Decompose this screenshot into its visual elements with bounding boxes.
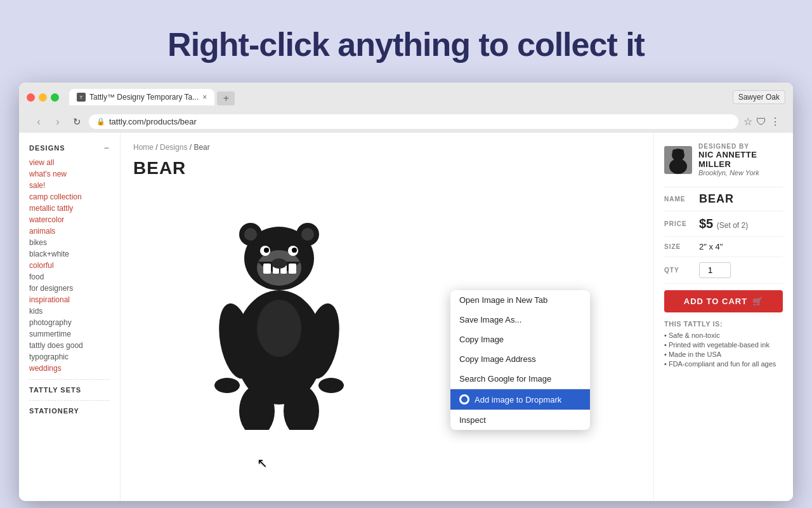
- context-menu-item-inspect[interactable]: Inspect: [450, 410, 590, 430]
- sidebar-link-photography[interactable]: photography: [29, 318, 110, 327]
- svg-point-20: [214, 378, 240, 393]
- sidebar-link-weddings[interactable]: weddings: [29, 364, 110, 373]
- sidebar-link-sale[interactable]: sale!: [29, 181, 110, 190]
- svg-point-12: [264, 248, 269, 253]
- address-bar-row: ‹ › ↻ 🔒 tattly.com/products/bear ☆ 🛡 ⋮: [27, 110, 785, 133]
- sidebar-link-summertime[interactable]: summertime: [29, 330, 110, 338]
- context-menu-item-save[interactable]: Save Image As...: [450, 310, 590, 330]
- breadcrumb-home[interactable]: Home: [133, 143, 154, 152]
- breadcrumb: Home / Designs / Bear: [133, 143, 641, 152]
- sidebar-link-watercolor[interactable]: watercolor: [29, 215, 110, 224]
- sidebar-link-colorful[interactable]: colorful: [29, 261, 110, 270]
- qty-label: QTY: [664, 267, 699, 274]
- sidebar-link-whats-new[interactable]: what's new: [29, 170, 110, 178]
- page-background: Right-click anything to collect it T Tat…: [0, 0, 812, 508]
- context-menu-item-copy-address[interactable]: Copy Image Address: [450, 349, 590, 369]
- stationery-title: STATIONERY: [29, 407, 110, 415]
- tattly-is-section: THIS TATTLY IS: Safe & non-toxic Printed…: [664, 320, 783, 368]
- sidebar-link-camp[interactable]: camp collection: [29, 192, 110, 201]
- sidebar-link-view-all[interactable]: view all: [29, 158, 110, 167]
- designer-location: Brooklyn, New York: [698, 169, 783, 177]
- size-label: SIZE: [664, 243, 699, 250]
- svg-point-27: [669, 159, 687, 174]
- tab-close-icon[interactable]: ×: [202, 93, 207, 102]
- context-menu-item-copy[interactable]: Copy Image: [450, 330, 590, 349]
- browser-window: T Tattly™ Designy Temporary Ta... × + Sa…: [19, 83, 793, 501]
- sidebar-link-bw[interactable]: black+white: [29, 250, 110, 258]
- product-meta: NAME BEAR PRICE $5 (Set of 2) SIZE 2" x …: [664, 187, 783, 284]
- collapse-icon[interactable]: −: [104, 143, 110, 153]
- extension-icon[interactable]: 🛡: [756, 116, 766, 128]
- sidebar: DESIGNS − view all what's new sale! camp…: [19, 133, 121, 501]
- svg-point-22: [257, 300, 301, 357]
- traffic-light-yellow[interactable]: [39, 93, 47, 102]
- lock-icon: 🔒: [96, 117, 105, 126]
- page-content: DESIGNS − view all what's new sale! camp…: [19, 133, 793, 501]
- svg-point-14: [272, 258, 287, 269]
- page-header: Right-click anything to collect it: [0, 0, 812, 83]
- forward-button[interactable]: ›: [51, 115, 65, 129]
- address-bar[interactable]: 🔒 tattly.com/products/bear: [89, 114, 738, 129]
- browser-tab[interactable]: T Tattly™ Designy Temporary Ta... ×: [69, 89, 214, 105]
- traffic-light-green[interactable]: [51, 93, 59, 102]
- back-button[interactable]: ‹: [32, 115, 46, 129]
- qty-input[interactable]: [699, 262, 731, 278]
- sidebar-link-designers[interactable]: for designers: [29, 284, 110, 293]
- price-row: PRICE $5 (Set of 2): [664, 211, 783, 237]
- breadcrumb-current: Bear: [193, 143, 209, 152]
- feature-4: FDA-compliant and fun for all ages: [664, 360, 783, 368]
- add-to-cart-button[interactable]: ADD TO CART 🛒: [664, 290, 783, 312]
- feature-3: Made in the USA: [664, 351, 783, 358]
- svg-point-25: [672, 149, 678, 154]
- reload-button[interactable]: ↻: [70, 115, 84, 129]
- address-text: tattly.com/products/bear: [109, 117, 197, 126]
- bookmark-icon[interactable]: ☆: [743, 116, 752, 128]
- sidebar-link-metallic[interactable]: metallic tattly: [29, 204, 110, 213]
- price-label: PRICE: [664, 220, 699, 227]
- name-label: NAME: [664, 196, 699, 203]
- tab-favicon: T: [77, 93, 86, 102]
- tattly-is-title: THIS TATTLY IS:: [664, 320, 783, 328]
- tab-title: Tattly™ Designy Temporary Ta...: [89, 93, 199, 102]
- main-product-area: Home / Designs / Bear BEAR: [121, 133, 653, 501]
- sidebar-link-kids[interactable]: kids: [29, 307, 110, 316]
- price-value: $5 (Set of 2): [699, 217, 748, 231]
- page-title: Right-click anything to collect it: [0, 25, 812, 64]
- cart-icon: 🛒: [752, 297, 763, 306]
- svg-point-3: [244, 228, 257, 241]
- context-menu: Open Image in New Tab Save Image As... C…: [450, 290, 590, 430]
- price-set-info: (Set of 2): [717, 221, 748, 230]
- sidebar-link-inspirational[interactable]: inspirational: [29, 295, 110, 304]
- designer-info: DESIGNED BY NIC ANNETTE MILLER Brooklyn,…: [698, 143, 783, 177]
- context-menu-item-dropmark[interactable]: Add image to Dropmark: [450, 389, 590, 410]
- add-to-cart-label: ADD TO CART: [684, 297, 747, 306]
- designs-section-title: DESIGNS −: [29, 143, 110, 153]
- traffic-light-red[interactable]: [27, 93, 35, 102]
- traffic-lights: [27, 93, 59, 102]
- designer-section: DESIGNED BY NIC ANNETTE MILLER Brooklyn,…: [664, 143, 783, 177]
- qty-row: QTY: [664, 257, 783, 284]
- sidebar-link-food[interactable]: food: [29, 272, 110, 281]
- svg-rect-6: [263, 264, 271, 274]
- svg-point-26: [679, 149, 684, 154]
- profile-button[interactable]: Sawyer Oak: [733, 90, 785, 104]
- bear-image[interactable]: [197, 208, 362, 430]
- sidebar-link-tattly-good[interactable]: tattly does good: [29, 341, 110, 350]
- right-panel: DESIGNED BY NIC ANNETTE MILLER Brooklyn,…: [653, 133, 793, 501]
- svg-point-4: [301, 228, 314, 241]
- menu-icon[interactable]: ⋮: [770, 116, 780, 128]
- feature-1: Safe & non-toxic: [664, 331, 783, 339]
- sidebar-link-typographic[interactable]: typographic: [29, 352, 110, 361]
- context-menu-item-search[interactable]: Search Google for Image: [450, 369, 590, 389]
- svg-point-13: [292, 248, 297, 253]
- name-row: NAME BEAR: [664, 187, 783, 211]
- dropmark-icon: [459, 394, 469, 404]
- sidebar-link-bikes[interactable]: bikes: [29, 238, 110, 247]
- breadcrumb-designs[interactable]: Designs: [160, 143, 187, 152]
- context-menu-item-open[interactable]: Open Image in New Tab: [450, 290, 590, 310]
- product-name-value: BEAR: [699, 192, 734, 206]
- browser-chrome: T Tattly™ Designy Temporary Ta... × + Sa…: [19, 83, 793, 133]
- sidebar-link-animals[interactable]: animals: [29, 227, 110, 236]
- new-tab-button[interactable]: +: [217, 91, 235, 105]
- designed-by-label: DESIGNED BY: [698, 143, 783, 150]
